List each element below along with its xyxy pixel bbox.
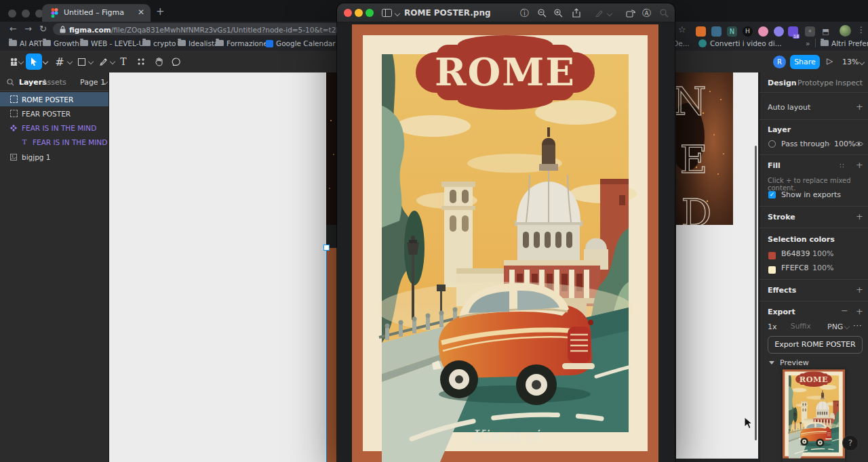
- selection-color-row[interactable]: [768, 264, 776, 276]
- extension-icon[interactable]: [758, 26, 768, 37]
- fill-styles-icon[interactable]: ∷: [840, 162, 844, 169]
- export-add-icon[interactable]: +: [856, 306, 863, 316]
- info-icon[interactable]: ⓘ: [520, 7, 529, 20]
- selection-handle[interactable]: [323, 245, 330, 251]
- help-button[interactable]: ?: [842, 435, 859, 451]
- browser-profile-avatar[interactable]: [840, 25, 851, 37]
- bookmark-item[interactable]: WEB - LEVEL-UP: [91, 39, 148, 47]
- bookmark-item[interactable]: Formazione: [226, 39, 268, 47]
- extension-icon[interactable]: N: [727, 26, 737, 37]
- extensions-puzzle-icon[interactable]: ⬒: [821, 26, 831, 37]
- extension-icon[interactable]: H: [743, 26, 753, 37]
- selection-color-row[interactable]: [768, 249, 776, 262]
- layer-opacity[interactable]: 100%: [834, 140, 855, 148]
- preview-window[interactable]: ROME POSTER.png ⓘ Ⓐ: [337, 3, 675, 462]
- extension-icon[interactable]: ⌗: [805, 26, 815, 37]
- preview-titlebar[interactable]: ROME POSTER.png ⓘ Ⓐ: [337, 3, 675, 22]
- resources-tool[interactable]: [133, 54, 149, 70]
- annotate-icon[interactable]: Ⓐ: [642, 7, 651, 20]
- zoom-out-icon[interactable]: [538, 9, 547, 18]
- layer-row-fear-poster[interactable]: FEAR POSTER: [0, 106, 108, 121]
- search-icon[interactable]: [7, 79, 14, 86]
- back-icon[interactable]: ←: [9, 24, 17, 34]
- minimize-window-icon[interactable]: [22, 9, 30, 18]
- close-window-icon[interactable]: [344, 9, 352, 17]
- extension-icon[interactable]: [696, 26, 706, 37]
- figma-user-avatar[interactable]: R: [773, 56, 786, 68]
- color-opacity[interactable]: 100%: [812, 249, 833, 258]
- effects-add-icon[interactable]: +: [856, 285, 863, 295]
- reload-icon[interactable]: ↻: [39, 24, 47, 34]
- tab-inspect[interactable]: Inspect: [835, 79, 863, 87]
- stroke-add-icon[interactable]: +: [856, 211, 863, 222]
- pen-tool[interactable]: [95, 54, 111, 70]
- markup-pencil-icon[interactable]: [595, 9, 604, 17]
- layer-row-rome-poster[interactable]: ROME POSTER: [0, 92, 108, 106]
- page-selector[interactable]: Page 1: [80, 78, 105, 87]
- visibility-eye-icon[interactable]: [854, 141, 863, 147]
- extension-icon[interactable]: [774, 26, 784, 37]
- sidebar-toggle-icon[interactable]: [382, 9, 392, 17]
- present-play-icon[interactable]: ▷: [827, 56, 833, 66]
- bookmarks-overflow-chevron[interactable]: »: [806, 39, 810, 47]
- frame-tool[interactable]: #: [52, 54, 68, 70]
- minimize-window-icon[interactable]: [355, 9, 363, 17]
- bookmark-item[interactable]: crypto: [153, 39, 176, 47]
- sidebar-chevron-icon[interactable]: [395, 11, 400, 16]
- bookmark-item[interactable]: Google Calendar -...: [276, 39, 347, 47]
- comment-tool[interactable]: [168, 54, 184, 70]
- close-window-icon[interactable]: [8, 9, 16, 18]
- move-tool[interactable]: [26, 54, 42, 70]
- export-button[interactable]: Export ROME POSTER: [768, 336, 863, 354]
- color-swatch[interactable]: [768, 252, 776, 259]
- export-suffix-input[interactable]: [789, 321, 825, 331]
- rome-poster-canvas-sliver[interactable]: [326, 248, 337, 462]
- bookmark-item[interactable]: Idealista: [189, 39, 219, 47]
- export-menu-icon[interactable]: ···: [853, 321, 863, 330]
- search-icon[interactable]: [660, 9, 669, 18]
- auto-layout-add-icon[interactable]: +: [856, 102, 863, 112]
- bookmark-item[interactable]: AI ART: [20, 39, 43, 47]
- color-opacity[interactable]: 100%: [812, 264, 833, 272]
- export-scale[interactable]: 1x: [768, 322, 777, 331]
- shape-tool[interactable]: [73, 54, 90, 70]
- zoom-level[interactable]: 13%: [842, 58, 859, 66]
- color-hex[interactable]: B64839: [781, 249, 810, 258]
- layer-row-fear-component[interactable]: FEAR IS IN THE MIND: [0, 121, 108, 135]
- layer-row-fear-text[interactable]: T FEAR IS IN THE MIND: [0, 135, 108, 149]
- tab-assets[interactable]: Assets: [42, 78, 66, 87]
- blend-mode-icon[interactable]: [768, 140, 776, 148]
- color-swatch[interactable]: [768, 266, 776, 274]
- zoom-in-icon[interactable]: [554, 9, 563, 18]
- export-format[interactable]: PNG: [827, 322, 843, 331]
- bigjpg-canvas-sliver[interactable]: [326, 72, 337, 225]
- preview-disclosure-icon[interactable]: [769, 361, 774, 364]
- tab-prototype[interactable]: Prototype: [797, 79, 833, 87]
- bookmark-item[interactable]: Growth: [54, 39, 79, 47]
- tab-close-icon[interactable]: ✕: [138, 7, 144, 17]
- color-hex[interactable]: FFEFC8: [781, 264, 809, 272]
- export-remove-icon[interactable]: −: [841, 306, 848, 316]
- fill-add-icon[interactable]: +: [856, 160, 863, 170]
- text-tool[interactable]: T: [115, 54, 132, 70]
- extension-icon[interactable]: [711, 26, 722, 37]
- share-button[interactable]: Share: [790, 55, 820, 69]
- preview-section-label[interactable]: Preview: [780, 358, 809, 367]
- forward-icon[interactable]: →: [24, 24, 32, 34]
- zoom-window-icon[interactable]: [366, 9, 374, 17]
- browser-menu-icon[interactable]: ⋮: [857, 25, 865, 35]
- tab-design[interactable]: Design: [768, 79, 797, 87]
- share-icon[interactable]: [572, 8, 580, 18]
- new-tab-button[interactable]: +: [156, 5, 165, 18]
- markup-chevron-icon[interactable]: [607, 11, 612, 16]
- bookmark-star-icon[interactable]: ☆: [678, 24, 686, 35]
- canvas-scrollbar[interactable]: [755, 146, 757, 440]
- show-in-exports-checkbox[interactable]: ✓: [768, 191, 776, 198]
- bookmark-item[interactable]: Altri Preferiti: [831, 39, 868, 47]
- hand-tool[interactable]: [151, 54, 167, 70]
- rotate-icon[interactable]: [626, 9, 635, 18]
- bookmark-item[interactable]: Converti i video di...: [710, 39, 782, 47]
- blend-mode-value[interactable]: Pass through: [781, 140, 829, 148]
- layer-row-bigjpg[interactable]: bigjpg 1: [0, 150, 108, 164]
- canvas-frame-empty[interactable]: [109, 72, 326, 462]
